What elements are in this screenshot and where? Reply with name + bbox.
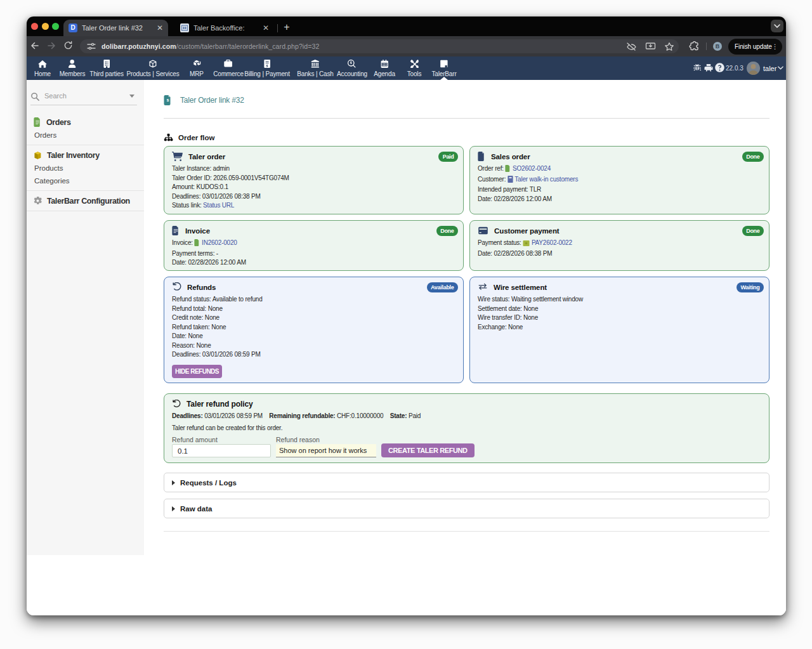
svg-text:$: $ — [167, 98, 169, 102]
